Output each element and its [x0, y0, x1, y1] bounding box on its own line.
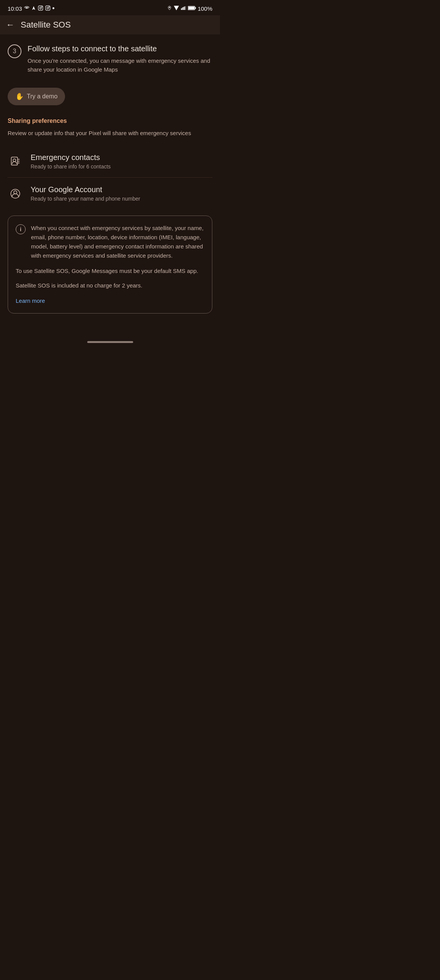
sharing-preferences-description: Review or update info that your Pixel wi…	[8, 129, 212, 138]
status-left: 10:03 •	[8, 5, 55, 13]
google-account-title: Your Google Account	[31, 185, 212, 194]
svg-rect-16	[195, 7, 196, 8]
svg-rect-10	[181, 8, 182, 10]
svg-rect-2	[38, 6, 43, 10]
svg-point-3	[39, 7, 41, 9]
nav-icon	[31, 6, 36, 11]
svg-point-7	[49, 7, 49, 7]
back-button[interactable]: ←	[6, 21, 15, 29]
info-card-header: i When you connect with emergency servic…	[16, 224, 204, 260]
divider-1	[8, 177, 212, 178]
google-account-text: Your Google Account Ready to share your …	[31, 185, 212, 202]
instagram2-icon	[45, 5, 51, 12]
status-bar: 10:03 •	[0, 0, 220, 15]
location-icon	[167, 6, 172, 11]
demo-icon: ✋	[15, 92, 24, 101]
sharing-preferences-heading: Sharing preferences	[8, 118, 212, 124]
svg-rect-17	[188, 7, 194, 9]
info-icon: i	[16, 224, 26, 234]
emergency-contacts-subtitle: Ready to share info for 6 contacts	[31, 163, 212, 170]
instagram-icon	[38, 5, 43, 12]
svg-marker-1	[32, 6, 35, 10]
svg-rect-14	[185, 6, 186, 10]
svg-rect-5	[46, 6, 50, 10]
battery-icon	[188, 6, 196, 11]
learn-more-link[interactable]: Learn more	[16, 297, 45, 304]
svg-marker-9	[174, 6, 179, 10]
step-text: Follow steps to connect to the satellite…	[28, 44, 212, 74]
dot-icon: •	[52, 5, 55, 13]
step-description: Once you're connected, you can message w…	[28, 57, 212, 74]
step-header: 3 Follow steps to connect to the satelli…	[8, 44, 212, 74]
svg-point-8	[169, 7, 170, 8]
emergency-contacts-title: Emergency contacts	[31, 153, 212, 162]
page-title: Satellite SOS	[21, 20, 71, 30]
info-card: i When you connect with emergency servic…	[8, 216, 212, 314]
wifi-icon	[24, 5, 29, 12]
charge-text: Satellite SOS is included at no charge f…	[16, 281, 204, 290]
emergency-contacts-text: Emergency contacts Ready to share info f…	[31, 153, 212, 170]
svg-point-4	[41, 7, 42, 7]
battery-percentage: 100%	[198, 5, 212, 12]
sharing-preferences-section: Sharing preferences Review or update inf…	[8, 118, 212, 314]
status-time: 10:03	[8, 5, 22, 12]
step-section: 3 Follow steps to connect to the satelli…	[8, 44, 212, 74]
step-number: 3	[8, 44, 21, 58]
demo-button-label: Try a demo	[27, 93, 57, 100]
toolbar: ← Satellite SOS	[0, 15, 220, 34]
signal-icon	[181, 6, 186, 11]
status-right: 100%	[167, 5, 212, 12]
google-account-item[interactable]: Your Google Account Ready to share your …	[8, 179, 212, 208]
demo-button[interactable]: ✋ Try a demo	[8, 88, 65, 105]
google-account-subtitle: Ready to share your name and phone numbe…	[31, 196, 212, 202]
step-title: Follow steps to connect to the satellite	[28, 44, 212, 54]
home-bar	[87, 341, 133, 343]
home-indicator	[0, 336, 220, 346]
contact-icon	[8, 154, 23, 169]
account-icon	[8, 186, 23, 201]
svg-rect-13	[184, 6, 185, 10]
svg-point-19	[13, 159, 16, 162]
main-content: 3 Follow steps to connect to the satelli…	[0, 34, 220, 329]
svg-rect-12	[183, 7, 184, 10]
sms-text: To use Satellite SOS, Google Messages mu…	[16, 266, 204, 276]
info-main-text: When you connect with emergency services…	[31, 224, 204, 260]
info-card-body: To use Satellite SOS, Google Messages mu…	[16, 266, 204, 305]
emergency-contacts-item[interactable]: Emergency contacts Ready to share info f…	[8, 147, 212, 176]
svg-point-6	[47, 7, 49, 9]
svg-rect-11	[182, 7, 183, 10]
wifi-strength-icon	[173, 6, 179, 11]
